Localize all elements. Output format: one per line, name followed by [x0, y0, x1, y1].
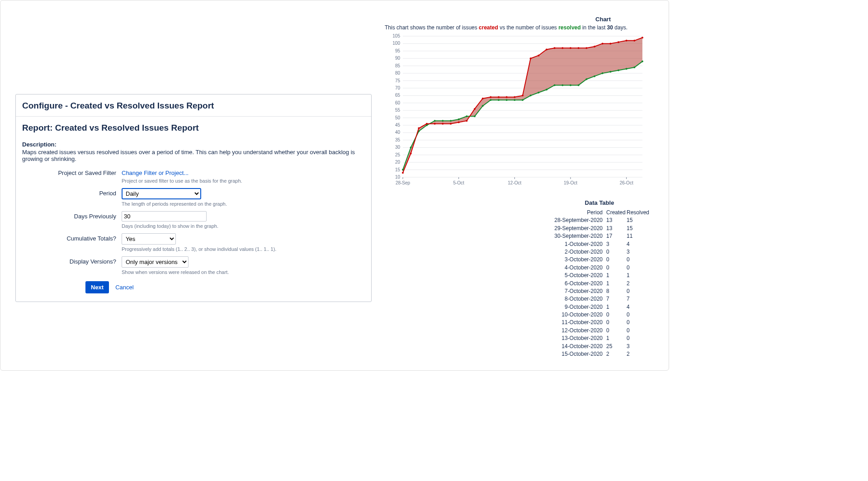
- cell-resolved: 0: [627, 319, 647, 326]
- svg-point-91: [482, 98, 484, 99]
- field-versions-hint: Show when versions were released on the …: [122, 269, 365, 275]
- cell-resolved: 7: [627, 295, 647, 303]
- configure-panel: Configure - Created vs Resolved Issues R…: [15, 94, 372, 302]
- svg-text:10: 10: [395, 174, 401, 179]
- svg-point-58: [466, 115, 467, 117]
- cell-period: 28-September-2020: [547, 217, 606, 224]
- cumulative-select[interactable]: Yes: [122, 233, 176, 245]
- svg-point-59: [474, 115, 476, 117]
- cell-resolved: 0: [627, 327, 647, 335]
- svg-point-71: [570, 84, 571, 86]
- field-versions: Display Versions? Only major versions Sh…: [22, 256, 365, 275]
- cell-created: 0: [606, 327, 627, 335]
- table-row: 12-October-202000: [547, 327, 651, 335]
- svg-point-87: [450, 123, 452, 125]
- svg-point-56: [450, 120, 452, 122]
- svg-point-81: [402, 172, 404, 174]
- cell-created: 13: [606, 225, 627, 232]
- svg-text:45: 45: [395, 123, 401, 127]
- period-select[interactable]: Daily: [122, 188, 201, 199]
- cell-resolved: 2: [627, 350, 647, 358]
- svg-point-97: [530, 57, 532, 59]
- svg-point-85: [434, 123, 436, 125]
- table-row: 7-October-202080: [547, 288, 651, 295]
- cell-resolved: 0: [627, 335, 647, 342]
- cancel-button[interactable]: Cancel: [115, 284, 133, 291]
- cell-created: 1: [606, 272, 627, 279]
- svg-point-78: [626, 68, 627, 70]
- field-project-label: Project or Saved Filter: [22, 168, 122, 177]
- cell-resolved: 4: [627, 240, 647, 248]
- field-period: Period Daily The length of periods repre…: [22, 188, 365, 207]
- cell-created: 0: [606, 256, 627, 264]
- svg-point-111: [642, 37, 643, 38]
- svg-point-92: [490, 96, 491, 98]
- svg-point-101: [561, 47, 563, 49]
- field-cumulative-label: Cumulative Totals?: [22, 233, 122, 243]
- svg-point-109: [626, 40, 627, 42]
- svg-point-51: [410, 146, 412, 148]
- cell-created: 0: [606, 319, 627, 326]
- data-table-title: Data Table: [547, 199, 651, 206]
- svg-text:95: 95: [395, 48, 401, 53]
- table-row: 8-October-202077: [547, 295, 651, 303]
- field-days: Days Previously Days (including today) t…: [22, 211, 365, 229]
- svg-point-95: [514, 96, 515, 98]
- svg-point-62: [498, 99, 500, 101]
- description-label: Description:: [22, 141, 365, 148]
- svg-text:40: 40: [395, 130, 401, 135]
- svg-point-72: [578, 84, 580, 86]
- svg-point-83: [418, 127, 420, 129]
- svg-point-88: [458, 121, 460, 123]
- versions-select[interactable]: Only major versions: [122, 256, 189, 268]
- description-text: Maps created issues versus resolved issu…: [22, 149, 365, 162]
- svg-point-102: [570, 47, 571, 49]
- cell-resolved: 3: [627, 343, 647, 350]
- svg-point-70: [561, 84, 563, 86]
- svg-point-96: [522, 94, 524, 96]
- cell-created: 1: [606, 335, 627, 342]
- report-heading: Report: Created vs Resolved Issues Repor…: [22, 123, 365, 133]
- svg-point-65: [522, 99, 524, 101]
- chart-desc-days: 30: [607, 24, 613, 31]
- field-period-hint: The length of periods represented on the…: [122, 201, 365, 207]
- svg-point-93: [498, 96, 500, 98]
- table-row: 15-October-202022: [547, 350, 651, 358]
- svg-text:90: 90: [395, 56, 401, 61]
- svg-point-61: [490, 99, 491, 101]
- change-filter-link[interactable]: Change Filter or Project...: [122, 168, 189, 176]
- cell-period: 30-September-2020: [547, 232, 606, 240]
- cell-resolved: 3: [627, 248, 647, 256]
- days-input[interactable]: [122, 211, 207, 222]
- svg-point-73: [585, 78, 587, 80]
- chart-desc-pre: This chart shows the number of issues: [385, 24, 479, 31]
- data-table-rows: 28-September-2020131529-September-202013…: [547, 217, 651, 358]
- cell-created: 17: [606, 232, 627, 240]
- configure-body: Report: Created vs Resolved Issues Repor…: [16, 117, 371, 302]
- configure-header: Configure - Created vs Resolved Issues R…: [16, 94, 371, 117]
- svg-text:105: 105: [392, 33, 400, 38]
- cell-resolved: 15: [627, 225, 647, 232]
- svg-text:65: 65: [395, 93, 401, 98]
- chart-desc-created: created: [479, 24, 498, 31]
- svg-point-79: [633, 66, 635, 68]
- svg-text:50: 50: [395, 115, 401, 120]
- next-button[interactable]: Next: [85, 281, 109, 293]
- table-row: 2-October-202003: [547, 248, 651, 256]
- svg-point-89: [466, 120, 467, 122]
- svg-text:15: 15: [395, 167, 401, 172]
- svg-text:30: 30: [395, 145, 401, 150]
- svg-text:85: 85: [395, 63, 401, 68]
- table-row: 9-October-202014: [547, 303, 651, 311]
- chart-desc-mid: vs the number of issues: [498, 24, 558, 31]
- field-days-label: Days Previously: [22, 211, 122, 221]
- table-row: 4-October-202000: [547, 264, 651, 272]
- svg-text:35: 35: [395, 137, 401, 142]
- svg-point-106: [602, 42, 604, 44]
- svg-point-84: [426, 123, 428, 125]
- cell-created: 0: [606, 311, 627, 319]
- svg-text:26-Oct: 26-Oct: [620, 180, 633, 185]
- cell-period: 9-October-2020: [547, 303, 606, 311]
- table-row: 1-October-202034: [547, 240, 651, 248]
- svg-point-74: [594, 75, 595, 77]
